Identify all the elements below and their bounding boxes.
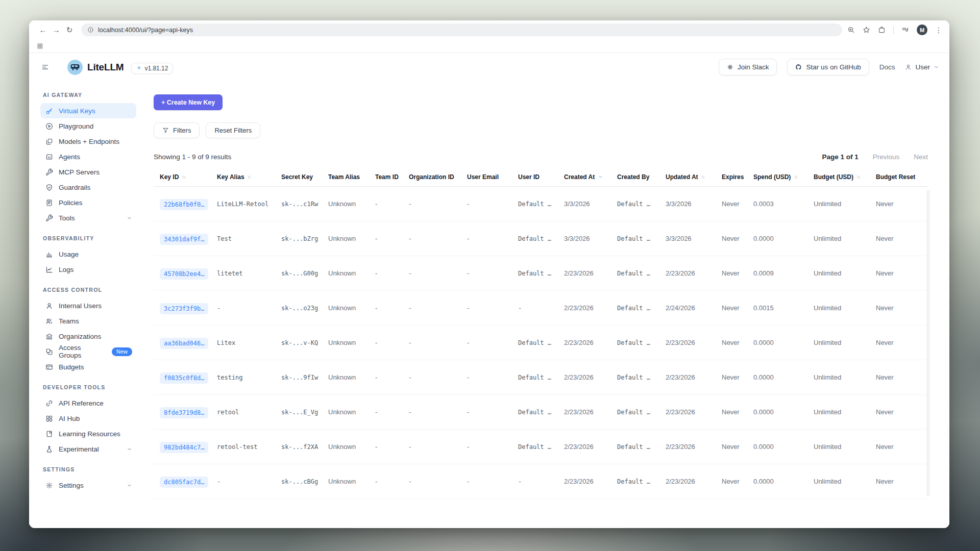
sidebar-item-ai-hub[interactable]: AI Hub bbox=[40, 411, 136, 426]
bookmark-star-icon[interactable] bbox=[863, 26, 870, 34]
sort-icon[interactable]: ↑↓ bbox=[701, 174, 705, 180]
app-body: AI GATEWAYVirtual KeysPlaygroundModels +… bbox=[29, 81, 949, 499]
table-row[interactable]: 982bd484c7…retool-testsk-...f2XAUnknown-… bbox=[154, 430, 928, 464]
cell-updated-at: 2/24/2026 bbox=[666, 304, 722, 312]
sidebar-item-policies[interactable]: Policies bbox=[40, 195, 136, 210]
header-actions: Join Slack Star us on GitHub Docs User bbox=[719, 59, 939, 76]
cell-updated-at: 2/23/2026 bbox=[666, 443, 722, 450]
zoom-icon[interactable] bbox=[847, 26, 855, 34]
cell-user-email: - bbox=[467, 304, 518, 312]
table-row[interactable]: f0835c0f8d…testingsk-...9fIwUnknown---De… bbox=[154, 360, 928, 395]
sidebar-item-settings[interactable]: Settings bbox=[40, 478, 136, 493]
cell-key-id[interactable]: 8fde3719d8… bbox=[160, 408, 217, 417]
cell-key-id[interactable]: aa36bad046… bbox=[160, 338, 217, 347]
sort-icon[interactable]: ↑↓ bbox=[856, 174, 860, 180]
column-header-user-id[interactable]: User ID bbox=[518, 173, 564, 181]
sort-chevron-down-icon[interactable] bbox=[598, 174, 603, 180]
extensions-icon[interactable] bbox=[878, 26, 886, 34]
cell-spend: 0.0003 bbox=[753, 200, 814, 208]
sidebar-item-agents[interactable]: Agents bbox=[40, 149, 136, 164]
browser-menu-icon[interactable]: ⋮ bbox=[935, 26, 942, 34]
table-row[interactable]: 45708b2ee4…litetetsk-...G00gUnknown---De… bbox=[154, 256, 928, 291]
cell-key-id[interactable]: 22b68fb0f0… bbox=[160, 199, 217, 209]
cell-spend: 0.0000 bbox=[753, 478, 814, 485]
filters-button[interactable]: Filters bbox=[154, 122, 200, 138]
sort-icon[interactable]: ↑↓ bbox=[794, 174, 797, 180]
sidebar-item-learning-resources[interactable]: Learning Resources bbox=[40, 426, 136, 441]
column-header-budget-reset[interactable]: Budget Reset bbox=[876, 173, 926, 181]
sidebar-item-internal-users[interactable]: Internal Users bbox=[40, 298, 136, 313]
column-header-organization-id[interactable]: Organization ID bbox=[409, 173, 467, 181]
address-bar[interactable]: localhost:4000/ui/?page=api-keys bbox=[81, 23, 842, 36]
reset-filters-button[interactable]: Reset Filters bbox=[206, 122, 260, 138]
sidebar-item-logs[interactable]: Logs bbox=[40, 262, 136, 277]
cell-created-by: Default … bbox=[617, 478, 666, 485]
cell-expires: Never bbox=[722, 373, 753, 381]
sidebar-item-virtual-keys[interactable]: Virtual Keys bbox=[40, 103, 136, 118]
user-menu[interactable]: User bbox=[905, 63, 939, 71]
sidebar-item-label: Settings bbox=[59, 482, 84, 489]
column-header-team-alias[interactable]: Team Alias bbox=[328, 173, 375, 181]
chevron-down-icon bbox=[127, 215, 132, 221]
back-icon[interactable]: ← bbox=[36, 26, 50, 34]
create-new-key-button[interactable]: + Create New Key bbox=[154, 94, 223, 110]
sidebar-item-label: Policies bbox=[59, 199, 83, 207]
join-slack-button[interactable]: Join Slack bbox=[719, 59, 777, 76]
app-title: LiteLLM bbox=[87, 62, 124, 73]
column-header-key-alias[interactable]: Key Alias↑↓ bbox=[217, 173, 281, 181]
sidebar-item-experimental[interactable]: Experimental bbox=[40, 441, 136, 457]
next-button[interactable]: Next bbox=[914, 153, 928, 161]
sidebar-item-guardrails[interactable]: Guardrails bbox=[40, 180, 136, 195]
cell-key-id[interactable]: 34301daf9f… bbox=[160, 234, 217, 243]
sort-icon[interactable]: ↑↓ bbox=[248, 174, 251, 180]
column-header-key-id[interactable]: Key ID↑↓ bbox=[160, 173, 217, 181]
table-row[interactable]: 34301daf9f…Testsk-...bZrgUnknown---Defau… bbox=[154, 221, 928, 256]
cell-key-id[interactable]: 3c273f3f9b… bbox=[160, 304, 217, 313]
column-header-budget-usd[interactable]: Budget (USD)↑↓ bbox=[814, 173, 876, 181]
table-scrollbar[interactable] bbox=[926, 190, 930, 496]
table-row[interactable]: 3c273f3f9b…-sk-...o23gUnknown----2/23/20… bbox=[154, 291, 928, 325]
cell-key-id[interactable]: 45708b2ee4… bbox=[160, 269, 217, 278]
brand[interactable]: LiteLLM bbox=[67, 60, 124, 75]
star-github-button[interactable]: Star us on GitHub bbox=[787, 59, 869, 76]
docs-link[interactable]: Docs bbox=[879, 63, 895, 71]
column-header-expires[interactable]: Expires bbox=[722, 173, 753, 181]
sidebar-item-models-endpoints[interactable]: Models + Endpoints bbox=[40, 134, 136, 149]
sidebar-item-tools[interactable]: Tools bbox=[40, 210, 136, 226]
sidebar-item-playground[interactable]: Playground bbox=[40, 118, 136, 134]
site-info-icon[interactable] bbox=[87, 27, 94, 33]
sidebar-item-api-reference[interactable]: API Reference bbox=[40, 395, 136, 411]
cell-key-id[interactable]: f0835c0f8d… bbox=[160, 373, 217, 382]
litellm-app: LiteLLM v1.81.12 Join Slack Star us on G… bbox=[29, 53, 949, 528]
column-header-created-at[interactable]: Created At bbox=[564, 173, 617, 181]
reload-icon[interactable]: ↻ bbox=[63, 26, 76, 35]
cell-key-id[interactable]: 982bd484c7… bbox=[160, 442, 217, 452]
sidebar-item-mcp-servers[interactable]: MCP Servers bbox=[40, 164, 136, 180]
previous-button[interactable]: Previous bbox=[873, 153, 900, 161]
url-text: localhost:4000/ui/?page=api-keys bbox=[98, 27, 193, 34]
sidebar-item-teams[interactable]: Teams bbox=[40, 313, 136, 329]
table-row[interactable]: 8fde3719d8…retoolsk-...E_VgUnknown---Def… bbox=[154, 395, 928, 430]
column-header-team-id[interactable]: Team ID bbox=[375, 173, 409, 181]
apps-grid-icon[interactable] bbox=[37, 43, 43, 49]
sidebar-item-budgets[interactable]: Budgets bbox=[40, 359, 136, 374]
forward-icon[interactable]: → bbox=[50, 26, 63, 34]
cell-key-id[interactable]: dc805fac7d… bbox=[160, 477, 217, 486]
sidebar-item-label: Access Groups bbox=[59, 344, 105, 359]
profile-avatar[interactable]: M bbox=[917, 24, 927, 35]
table-row[interactable]: aa36bad046…Litexsk-...v-KQUnknown---Defa… bbox=[154, 325, 928, 360]
column-header-created-by[interactable]: Created By bbox=[617, 173, 666, 181]
column-header-secret-key[interactable]: Secret Key bbox=[281, 173, 328, 181]
column-header-updated-at[interactable]: Updated At↑↓ bbox=[666, 173, 722, 181]
sidebar-item-usage[interactable]: Usage bbox=[40, 246, 136, 262]
table-row[interactable]: dc805fac7d…-sk-...cBGgUnknown----2/23/20… bbox=[154, 464, 928, 499]
sort-icon[interactable]: ↑↓ bbox=[182, 174, 185, 180]
cell-team-alias: Unknown bbox=[328, 443, 375, 450]
collapse-sidebar-icon[interactable] bbox=[41, 63, 49, 71]
sidebar-item-access-groups[interactable]: Access GroupsNew bbox=[40, 344, 136, 359]
sidebar-item-organizations[interactable]: Organizations bbox=[40, 329, 136, 344]
media-controls-icon[interactable] bbox=[901, 26, 909, 34]
table-row[interactable]: 22b68fb0f0…LiteLLM-Retoolsk-...c1RwUnkno… bbox=[154, 187, 928, 221]
column-header-user-email[interactable]: User Email bbox=[467, 173, 518, 181]
column-header-spend-usd[interactable]: Spend (USD)↑↓ bbox=[753, 173, 814, 181]
